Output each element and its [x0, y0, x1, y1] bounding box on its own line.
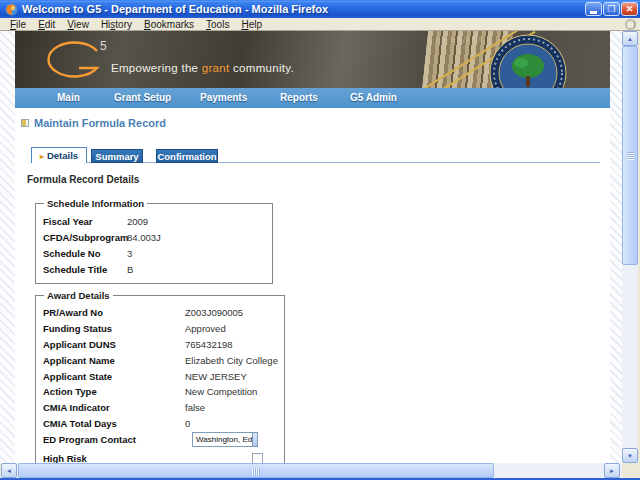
- field-row: Schedule Title B: [42, 261, 266, 277]
- tab-strip: Details Summary Confirmation: [31, 147, 600, 163]
- tab-details[interactable]: Details: [31, 147, 87, 163]
- chevron-down-icon: [252, 433, 258, 446]
- g5-logo: 5: [45, 38, 113, 82]
- field-row: Applicant DUNS 765432198: [42, 337, 278, 353]
- content-area: Maintain Formula Record Details Summary …: [15, 108, 610, 463]
- page-viewport: f(x) = ∫√x dx 5 Empowering the grant com…: [0, 31, 622, 463]
- funding-status-value: Approved: [185, 323, 226, 334]
- field-row: Applicant Name Elizabeth City College: [42, 352, 278, 368]
- field-row: CMIA Indicator false: [42, 400, 278, 416]
- record-icon: [21, 119, 29, 127]
- tab-confirmation[interactable]: Confirmation: [156, 149, 218, 163]
- field-row: PR/Award No Z003J090005: [42, 305, 278, 321]
- nav-payments[interactable]: Payments: [200, 92, 247, 103]
- nav-grant-setup[interactable]: Grant Setup: [114, 92, 171, 103]
- horizontal-scrollbar[interactable]: ◄ ►: [1, 463, 622, 478]
- fiscal-year-value: 2009: [127, 216, 148, 227]
- tab-arrow-icon: [40, 150, 47, 161]
- window-title: Welcome to G5 - Department of Education …: [22, 3, 328, 15]
- nav-g5-admin[interactable]: G5 Admin: [350, 92, 397, 103]
- section-title: Formula Record Details: [27, 174, 139, 185]
- maximize-button[interactable]: [603, 2, 620, 16]
- award-details-group: Award Details PR/Award No Z003J090005 Fu…: [35, 290, 285, 463]
- menu-edit[interactable]: Edit: [32, 19, 61, 30]
- scroll-up-icon[interactable]: ▲: [622, 31, 638, 46]
- field-row: Action Type New Competition: [42, 384, 278, 400]
- main-navigation: Main Grant Setup Payments Reports G5 Adm…: [15, 88, 610, 108]
- scroll-right-icon[interactable]: ►: [604, 463, 620, 478]
- throbber-icon: [625, 19, 636, 30]
- cmia-total-days-value: 0: [185, 418, 190, 429]
- schedule-title-value: B: [127, 264, 133, 275]
- vertical-scrollbar[interactable]: ▲ ▼: [622, 31, 638, 463]
- schedule-no-value: 3: [127, 248, 132, 259]
- menu-bar: File Edit View History Bookmarks Tools H…: [0, 18, 640, 31]
- page-title: Maintain Formula Record: [21, 117, 166, 129]
- field-row: CFDA/Subprogram 84.003J: [42, 229, 266, 245]
- schedule-information-legend: Schedule Information: [44, 198, 147, 209]
- vertical-scrollbar-thumb[interactable]: [622, 46, 638, 265]
- title-bar[interactable]: Welcome to G5 - Department of Education …: [0, 0, 640, 18]
- award-details-legend: Award Details: [44, 290, 113, 301]
- cmia-indicator-value: false: [185, 402, 205, 413]
- browser-window: Welcome to G5 - Department of Education …: [0, 0, 640, 480]
- menu-bookmarks[interactable]: Bookmarks: [138, 19, 200, 30]
- menu-file[interactable]: File: [4, 19, 32, 30]
- field-row: Funding Status Approved: [42, 321, 278, 337]
- pr-award-no-value: Z003J090005: [185, 307, 243, 318]
- horizontal-scrollbar-thumb[interactable]: [18, 463, 494, 478]
- field-row: Schedule No 3: [42, 245, 266, 261]
- scroll-left-icon[interactable]: ◄: [1, 463, 17, 478]
- field-row: High Risk: [42, 450, 278, 463]
- field-row: ED Program Contact Washington, Ed: [42, 431, 278, 447]
- cfda-subprogram-value: 84.003J: [127, 232, 161, 243]
- ed-program-contact-select[interactable]: Washington, Ed: [192, 432, 258, 447]
- applicant-name-value: Elizabeth City College: [185, 355, 278, 366]
- menu-view[interactable]: View: [61, 19, 95, 30]
- field-row: Applicant State NEW JERSEY: [42, 368, 278, 384]
- firefox-icon: [5, 3, 18, 16]
- action-type-value: New Competition: [185, 386, 257, 397]
- close-icon: [626, 5, 634, 14]
- applicant-duns-value: 765432198: [185, 339, 233, 350]
- g5-banner: f(x) = ∫√x dx 5 Empowering the grant com…: [15, 31, 610, 88]
- menu-tools[interactable]: Tools: [200, 19, 235, 30]
- restore-icon: [607, 5, 615, 14]
- nav-reports[interactable]: Reports: [280, 92, 318, 103]
- minimize-button[interactable]: [585, 2, 602, 16]
- ed-seal-icon: [488, 33, 568, 88]
- applicant-state-value: NEW JERSEY: [185, 371, 247, 382]
- tab-summary[interactable]: Summary: [91, 149, 143, 163]
- menu-history[interactable]: History: [95, 19, 138, 30]
- menu-help[interactable]: Help: [235, 19, 268, 30]
- svg-text:5: 5: [100, 39, 107, 53]
- schedule-information-group: Schedule Information Fiscal Year 2009 CF…: [35, 198, 273, 284]
- site-container: f(x) = ∫√x dx 5 Empowering the grant com…: [15, 31, 610, 463]
- nav-main[interactable]: Main: [57, 92, 80, 103]
- field-row: Fiscal Year 2009: [42, 213, 266, 229]
- scroll-down-icon[interactable]: ▼: [622, 448, 638, 463]
- field-row: CMIA Total Days 0: [42, 416, 278, 432]
- minimize-icon: [590, 11, 597, 14]
- high-risk-checkbox[interactable]: [252, 453, 263, 463]
- banner-tagline: Empowering the grant community.: [111, 62, 294, 74]
- close-button[interactable]: [621, 2, 638, 16]
